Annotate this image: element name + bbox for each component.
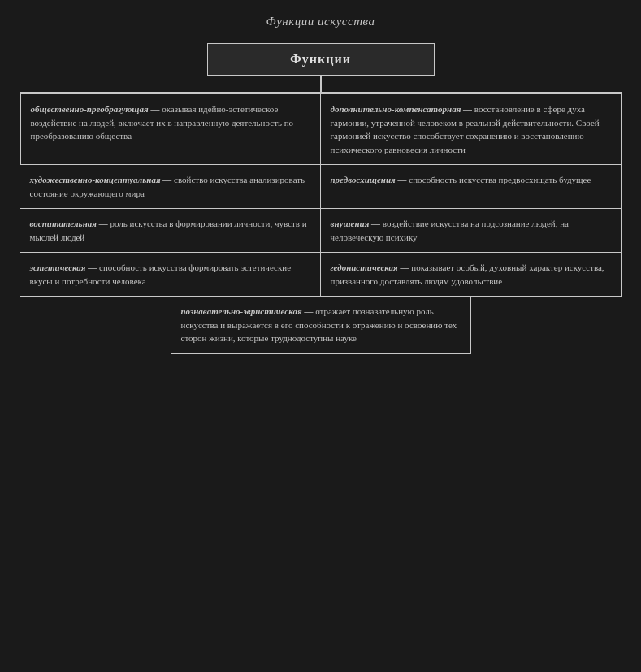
header-box: Функции [207,43,435,76]
cell-3-left: воспитательная — роль искусства в формир… [20,209,321,253]
cell-4-left-title: эстетическая — [30,262,97,272]
cell-3-right: внушения — воздействие искусства на подс… [321,209,622,253]
cell-1-right: дополнительно-компенсаторная — восстанов… [321,93,622,165]
bottom-cell-wrapper: познавательно-эвристическая — отражает п… [20,297,622,354]
cell-2-right-title: предвосхищения — [331,175,407,184]
cell-1-right-title: дополнительно-компенсаторная — [331,104,473,114]
cell-bottom: познавательно-эвристическая — отражает п… [171,297,471,354]
cell-4-right-title: гедонистическая — [331,262,409,272]
cell-2-right: предвосхищения — способность искусства п… [321,165,622,209]
cell-3-right-title: внушения — [331,219,381,228]
cell-1-left: общественно-преобразующая — оказывая иде… [20,93,321,165]
cell-2-left-title: художественно-концептуальная — [30,175,172,184]
cell-3-left-title: воспитательная — [30,219,108,228]
vertical-connector-top [320,76,322,92]
cell-bottom-title: познавательно-эвристическая — [181,306,314,316]
functions-grid: общественно-преобразующая — оказывая иде… [20,93,622,354]
cell-2-right-desc: способность искусства предвосхищать буду… [409,175,591,184]
cell-4-right: гедонистическая — показывает особый, дух… [321,253,622,297]
diagram-container: Функции общественно-преобразующая — оказ… [20,43,622,354]
page-title: Функции искусства [266,15,375,28]
cell-2-left: художественно-концептуальная — свойство … [20,165,321,209]
cell-1-left-title: общественно-преобразующая — [31,104,160,114]
cell-4-left: эстетическая — способность искусства фор… [20,253,321,297]
